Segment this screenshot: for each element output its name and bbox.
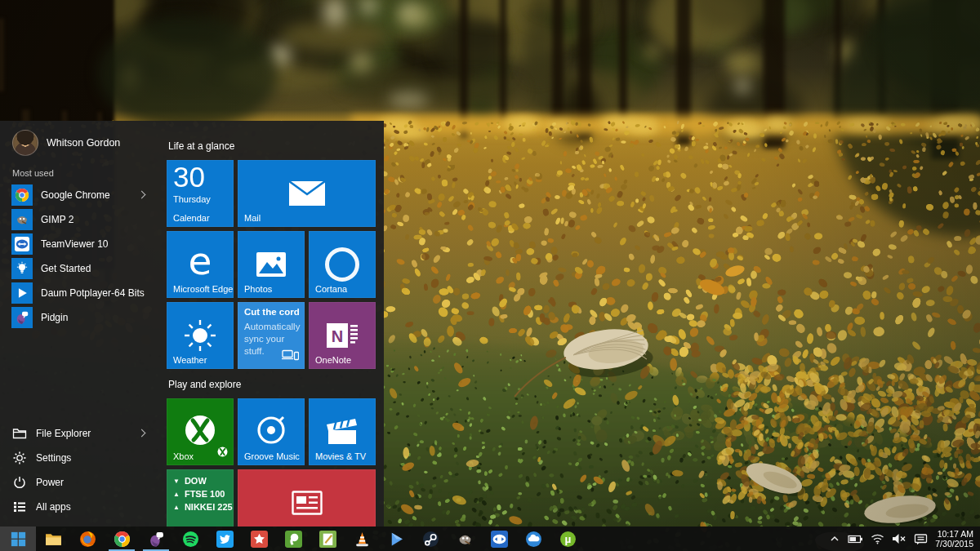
arrow-up-icon: ▲ [173, 504, 180, 511]
taskbar-firefox[interactable] [70, 527, 105, 551]
stock-row: ▲ FTSE 100 [173, 489, 233, 499]
tile-money-stocks[interactable]: ▼ DOW ▲ FTSE 100 ▲ NIKKEI 225 [167, 469, 234, 527]
battery-icon[interactable] [848, 533, 863, 545]
tile-news[interactable] [238, 469, 376, 527]
most-used-list: Google Chrome GIMP 2 TeamViewer 10 Get [7, 183, 153, 330]
taskbar-teamviewer[interactable] [482, 527, 516, 551]
wunderlist-star-icon [251, 531, 268, 548]
taskbar-vlc[interactable] [345, 527, 379, 551]
taskbar-twitter[interactable] [207, 527, 242, 551]
sidebar-item-power[interactable]: Power [7, 470, 153, 495]
spotify-icon [182, 531, 199, 548]
twitter-bird-icon [216, 531, 234, 548]
chevron-right-icon[interactable] [138, 191, 146, 199]
sidebar-item-all-apps[interactable]: All apps [7, 495, 153, 519]
taskbar-file-explorer[interactable] [36, 527, 70, 551]
taskbar: µ 10:17 AM 7/30/2015 [0, 527, 980, 551]
stock-name: NIKKEI 225 [185, 502, 233, 512]
file-explorer-icon [45, 531, 62, 548]
action-center-icon[interactable] [914, 533, 928, 545]
promo-title: Cut the cord [244, 307, 300, 317]
start-menu: Whitson Gordon Most used Google Chrome G… [0, 121, 384, 527]
tile-calendar[interactable]: 30 Thursday Calendar [167, 160, 234, 227]
pidgin-bird-icon [11, 307, 33, 328]
xbox-badge-icon [216, 446, 229, 461]
tile-label: Xbox [173, 451, 194, 461]
taskbar-wunderlist[interactable] [242, 527, 276, 551]
tile-label: Photos [244, 284, 272, 294]
system-tray: 10:17 AM 7/30/2015 [829, 527, 980, 551]
taskbar-clock[interactable]: 10:17 AM 7/30/2015 [935, 529, 973, 549]
most-used-item-label: Pidgin [41, 312, 68, 323]
svg-text:µ: µ [564, 533, 571, 545]
tile-weather[interactable]: Weather [167, 302, 234, 369]
teamviewer-icon [11, 233, 33, 255]
taskbar-pidgin[interactable] [139, 527, 173, 551]
utorrent-icon: µ [559, 531, 577, 548]
stock-row: ▲ NIKKEI 225 [173, 502, 233, 512]
folder-icon [11, 425, 28, 442]
tile-movies-tv[interactable]: Movies & TV [309, 398, 376, 465]
most-used-item-label: Daum Potplayer-64 Bits [41, 287, 145, 299]
most-used-item-label: TeamViewer 10 [41, 238, 109, 250]
wifi-icon[interactable] [871, 533, 884, 544]
tile-microsoft-edge[interactable]: e Microsoft Edge [167, 231, 234, 298]
stocks-list: ▼ DOW ▲ FTSE 100 ▲ NIKKEI 225 [173, 476, 233, 512]
taskbar-steam[interactable] [413, 527, 448, 551]
calendar-day: 30 [173, 160, 205, 194]
user-name: Whitson Gordon [47, 137, 120, 149]
group-header-life-at-a-glance: Life at a glance [168, 140, 234, 152]
most-used-item-gimp[interactable]: GIMP 2 [7, 207, 153, 232]
system-list: File Explorer Settings Power All apps [7, 421, 153, 519]
most-used-item-potplayer[interactable]: Daum Potplayer-64 Bits [7, 281, 153, 305]
sidebar-item-label: Power [36, 477, 64, 488]
clock-time: 10:17 AM [935, 529, 973, 540]
taskbar-spotify[interactable] [173, 527, 207, 551]
most-used-item-label: Get Started [41, 263, 91, 274]
evernote-elephant-icon [285, 531, 302, 548]
taskbar-chrome[interactable] [105, 527, 139, 551]
sidebar-item-label: File Explorer [36, 428, 91, 439]
screen: Whitson Gordon Most used Google Chrome G… [0, 0, 980, 551]
most-used-item-teamviewer[interactable]: TeamViewer 10 [7, 232, 153, 256]
sidebar-item-settings[interactable]: Settings [7, 446, 153, 470]
tile-label: Cortana [315, 284, 347, 294]
start-button[interactable] [0, 527, 36, 551]
play-icon [11, 282, 33, 304]
user-account-button[interactable]: Whitson Gordon [12, 131, 120, 155]
taskbar-utorrent[interactable]: µ [550, 527, 585, 551]
vlc-cone-icon [354, 531, 371, 548]
stock-name: DOW [185, 476, 207, 486]
sidebar-item-file-explorer[interactable]: File Explorer [7, 421, 153, 446]
most-used-item-get-started[interactable]: Get Started [7, 256, 153, 281]
svg-text:N: N [332, 327, 343, 345]
most-used-header: Most used [12, 168, 54, 178]
tile-photos[interactable]: Photos [238, 231, 305, 298]
gimp-icon [457, 531, 474, 548]
taskbar-notes-app[interactable] [310, 527, 345, 551]
tile-grid: Life at a glance Play and explore 30 Thu… [167, 121, 381, 527]
tile-cortana[interactable]: Cortana [309, 231, 376, 298]
taskbar-cloud-app[interactable] [516, 527, 550, 551]
arrow-down-icon: ▼ [173, 478, 180, 485]
tile-xbox[interactable]: Xbox [167, 398, 234, 465]
taskbar-evernote[interactable] [276, 527, 310, 551]
tile-mail[interactable]: Mail [238, 160, 376, 227]
taskbar-potplayer[interactable] [379, 527, 413, 551]
most-used-item-google-chrome[interactable]: Google Chrome [7, 183, 153, 207]
tile-promo-cut-the-cord[interactable]: Cut the cord Automatically sync your stu… [238, 302, 305, 369]
tile-groove-music[interactable]: Groove Music [238, 398, 305, 465]
group-header-play-and-explore: Play and explore [168, 379, 241, 390]
pidgin-bird-icon [148, 531, 165, 548]
most-used-item-pidgin[interactable]: Pidgin [7, 305, 153, 330]
tile-onenote[interactable]: N OneNote [309, 302, 376, 369]
chevron-right-icon[interactable] [138, 429, 146, 438]
most-used-item-label: Google Chrome [41, 189, 110, 201]
volume-muted-icon[interactable] [892, 533, 906, 544]
tile-label: Mail [244, 213, 261, 223]
gimp-icon [11, 209, 33, 230]
tray-chevron-up-icon[interactable] [829, 534, 840, 544]
notes-pencil-icon [319, 531, 336, 548]
taskbar-gimp[interactable] [448, 527, 482, 551]
stock-name: FTSE 100 [185, 489, 225, 499]
